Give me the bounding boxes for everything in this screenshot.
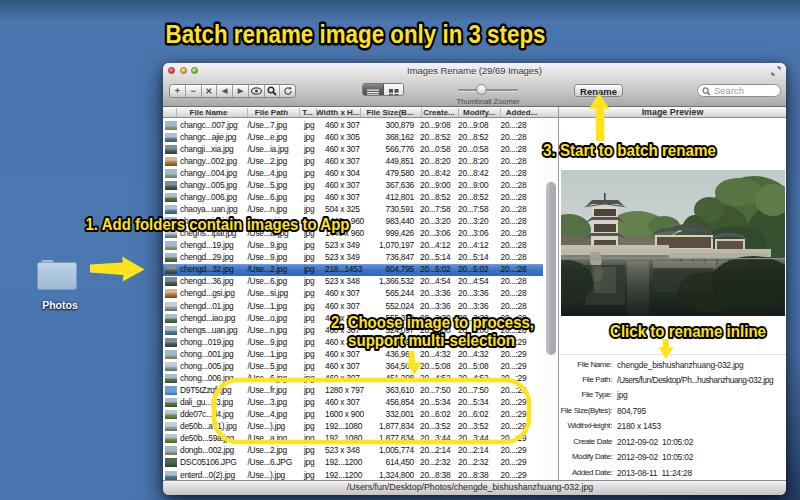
svg-text:3. Start to batch rename: 3. Start to batch rename xyxy=(543,141,716,159)
svg-text:Click to rename inline: Click to rename inline xyxy=(610,322,766,340)
svg-text:Batch rename image only in 3 s: Batch rename image only in 3 steps xyxy=(166,19,546,49)
svg-text:support multi-selection: support multi-selection xyxy=(348,331,515,349)
svg-text:2. Choose image to process,: 2. Choose image to process, xyxy=(331,313,534,331)
svg-text:1. Add folders contain images: 1. Add folders contain images to App xyxy=(86,215,350,233)
